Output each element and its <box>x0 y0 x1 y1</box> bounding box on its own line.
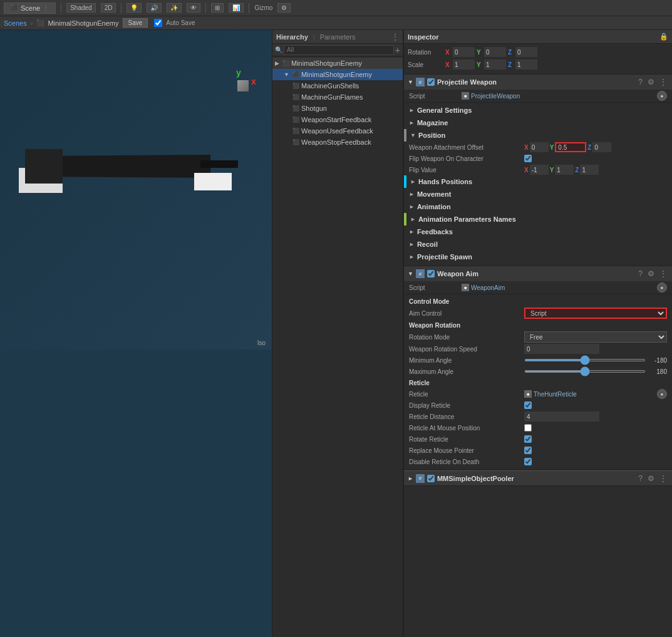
reticle-distance-input[interactable] <box>524 412 599 422</box>
hier-icon-0: ⬛ <box>282 60 289 66</box>
flip-x-input[interactable] <box>530 165 549 175</box>
position-header[interactable]: ▼ Position <box>404 129 672 142</box>
hierarchy-more-icon[interactable]: ⋮ <box>391 33 399 41</box>
pw-enable-checkbox[interactable] <box>427 78 435 86</box>
flip-weapon-checkbox[interactable] <box>524 155 532 162</box>
mm-help-btn[interactable]: ? <box>637 474 644 483</box>
movement-arrow: ► <box>409 191 415 197</box>
feedbacks-header[interactable]: ► Feedbacks <box>404 225 672 238</box>
movement-header[interactable]: ► Movement <box>404 188 672 200</box>
attach-x-input[interactable] <box>530 142 549 152</box>
mm-menu-btn[interactable]: ⋮ <box>658 474 668 483</box>
autosave-checkbox[interactable] <box>154 19 162 27</box>
aim-control-select[interactable]: Script Mouse Joystick <box>524 308 667 319</box>
scale-y-input[interactable] <box>484 60 506 70</box>
scene-tab-more[interactable]: ⋮ <box>43 4 49 11</box>
replace-mouse-label: Replace Mouse Pointer <box>409 447 522 454</box>
scale-x-input[interactable] <box>453 60 475 70</box>
hierarchy-item-3[interactable]: ⬛ MachineGunFlames <box>272 91 403 103</box>
hidden-icon[interactable]: 👁 <box>187 3 200 13</box>
pw-toggle-arrow: ▼ <box>408 79 413 85</box>
hierarchy-panel: Hierarchy | Parameters ⋮ 🔍 + ▶ ⬛ Minimal… <box>272 30 403 637</box>
max-angle-slider[interactable] <box>524 370 646 373</box>
pw-settings-btn[interactable]: ⚙ <box>646 78 656 86</box>
attach-z-input[interactable] <box>592 142 611 152</box>
rotation-mode-select[interactable]: Free Strict <box>524 331 667 343</box>
rotate-reticle-checkbox[interactable] <box>524 435 532 443</box>
pw-help-btn[interactable]: ? <box>637 78 644 86</box>
reticle-ref-icon: ■ <box>524 390 532 398</box>
min-angle-slider[interactable] <box>524 359 646 361</box>
audio-icon[interactable]: 🔊 <box>147 3 162 13</box>
rotation-y-input[interactable] <box>484 47 506 57</box>
reticle-at-mouse-checkbox[interactable] <box>524 424 532 432</box>
weapon-white-part-right <box>194 173 232 190</box>
projectile-spawn-header[interactable]: ► Projectile Spawn <box>404 251 672 263</box>
hierarchy-item-2[interactable]: ⬛ MachineGunShells <box>272 80 403 91</box>
scene-tab[interactable]: ⬛ Scene ⋮ <box>4 3 56 14</box>
wa-script-select-btn[interactable]: ● <box>657 282 667 293</box>
replace-mouse-checkbox[interactable] <box>524 447 532 454</box>
recoil-header[interactable]: ► Recoil <box>404 238 672 251</box>
hierarchy-tab[interactable]: Hierarchy <box>276 33 308 41</box>
hierarchy-item-6[interactable]: ⬛ WeaponUsedFeedback <box>272 125 403 137</box>
parameters-tab[interactable]: Parameters <box>320 33 356 41</box>
weapon-aim-header[interactable]: ▼ # Weapon Aim ? ⚙ ⋮ <box>404 266 672 281</box>
hierarchy-toolbar: 🔍 + <box>272 44 403 56</box>
hands-positions-title: Hands Positions <box>418 178 472 185</box>
2d-button[interactable]: 2D <box>101 3 116 13</box>
lock-icon[interactable]: 🔒 <box>659 33 668 41</box>
pw-script-select-btn[interactable]: ● <box>657 91 667 101</box>
hier-icon-6: ⬛ <box>292 128 299 134</box>
animation-header[interactable]: ► Animation <box>404 200 672 213</box>
reticle-select-btn[interactable]: ● <box>657 389 667 399</box>
flip-weapon-label: Flip Weapon On Character <box>409 155 522 162</box>
flip-value-xyz: X Y Z <box>524 165 667 175</box>
weapon-rotation-speed-input[interactable] <box>524 344 599 354</box>
hierarchy-search-input[interactable] <box>284 45 394 55</box>
effects-icon[interactable]: ✨ <box>167 3 182 13</box>
flip-value-label: Flip Value <box>409 167 522 173</box>
feedbacks-title: Feedbacks <box>417 228 453 236</box>
mm-enable-checkbox[interactable] <box>427 475 435 482</box>
pw-menu-btn[interactable]: ⋮ <box>658 78 668 86</box>
add-icon[interactable]: + <box>395 45 400 55</box>
shading-dropdown[interactable]: Shaded <box>66 3 95 13</box>
gizmo-y-axis: y <box>236 68 241 78</box>
flip-z-input[interactable] <box>580 165 599 175</box>
separator-4 <box>249 3 249 13</box>
mm-settings-btn[interactable]: ⚙ <box>646 474 656 483</box>
anim-params-header[interactable]: ► Animation Parameters Names <box>404 213 672 225</box>
attach-y-input[interactable] <box>555 142 586 152</box>
gizmo-settings[interactable]: ⚙ <box>277 3 291 13</box>
rotation-x-input[interactable] <box>453 47 475 57</box>
hierarchy-item-4[interactable]: ⬛ Shotgun <box>272 103 403 114</box>
disable-reticle-checkbox[interactable] <box>524 458 532 465</box>
projectile-weapon-header[interactable]: ▼ # Projectile Weapon ? ⚙ ⋮ <box>404 75 672 90</box>
hierarchy-item-1[interactable]: ▼ ⬛ MinimalShotgunEnemy <box>272 69 403 80</box>
3d-viewport[interactable]: x y Iso <box>0 30 272 350</box>
scenes-link[interactable]: Scenes <box>4 19 27 27</box>
lighting-icon[interactable]: 💡 <box>127 3 142 13</box>
wa-help-btn[interactable]: ? <box>637 269 644 278</box>
wa-enable-checkbox[interactable] <box>427 270 435 277</box>
grid-icon[interactable]: ⊞ <box>211 3 224 13</box>
magazine-header[interactable]: ► Magazine <box>404 117 672 129</box>
hierarchy-item-5[interactable]: ⬛ WeaponStartFeedback <box>272 114 403 125</box>
hier-icon-5: ⬛ <box>292 117 299 123</box>
hier-label-2: MachineGunShells <box>301 82 359 90</box>
wa-menu-btn[interactable]: ⋮ <box>658 269 668 278</box>
general-settings-header[interactable]: ► General Settings <box>404 104 672 117</box>
mm-simple-pooler-header[interactable]: ► # MMSimpleObjectPooler ? ⚙ ⋮ <box>404 470 672 485</box>
save-button[interactable]: Save <box>123 18 148 28</box>
hierarchy-item-0[interactable]: ▶ ⬛ MinimalShotgunEnemy <box>272 58 403 69</box>
weapon-3d-model <box>19 143 238 205</box>
rotation-z-input[interactable] <box>515 47 537 57</box>
stats-icon[interactable]: 📊 <box>229 3 244 13</box>
scale-z-input[interactable] <box>515 60 537 70</box>
flip-y-input[interactable] <box>555 165 574 175</box>
wa-settings-btn[interactable]: ⚙ <box>646 269 656 278</box>
hierarchy-item-7[interactable]: ⬛ WeaponStopFeedback <box>272 137 403 148</box>
hands-positions-header[interactable]: ► Hands Positions <box>404 175 672 188</box>
display-reticle-checkbox[interactable] <box>524 401 532 409</box>
